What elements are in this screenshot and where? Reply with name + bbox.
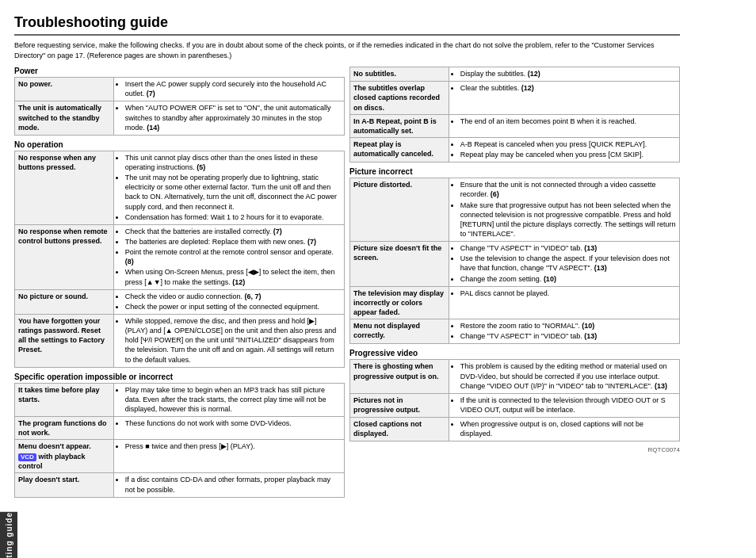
problem-cell: You have forgotten your ratings password… bbox=[15, 315, 114, 368]
table-row: The television may display incorrectly o… bbox=[350, 286, 680, 319]
solution-cell: PAL discs cannot be played. bbox=[449, 286, 679, 319]
problem-cell: The unit is automatically switched to th… bbox=[15, 101, 114, 135]
problem-cell: Play doesn't start. bbox=[15, 473, 114, 497]
subtitles-table: No subtitles. Display the subtitles. (12… bbox=[349, 67, 680, 162]
solution-cell: Play may take time to begin when an MP3 … bbox=[113, 383, 344, 416]
table-row: Picture distorted. Ensure that the unit … bbox=[350, 178, 680, 242]
problem-cell: It takes time before play starts. bbox=[15, 383, 114, 416]
left-column: Power No power. Insert the AC power supp… bbox=[14, 67, 345, 503]
table-row: In A-B Repeat, point B is automatically … bbox=[350, 114, 680, 137]
problem-cell: The subtitles overlap closed captions re… bbox=[350, 82, 449, 114]
solution-cell: The end of an item becomes point B when … bbox=[449, 114, 679, 137]
no-operation-table: No response when any buttons pressed. Th… bbox=[14, 151, 345, 368]
right-top-section: No subtitles. Display the subtitles. (12… bbox=[349, 67, 680, 162]
problem-cell: Pictures not in progressive output. bbox=[350, 393, 449, 417]
problem-cell: No response when any buttons pressed. bbox=[15, 151, 114, 224]
solution-cell: Check the video or audio connection. (6,… bbox=[113, 289, 344, 314]
section-no-operation-header: No operation bbox=[14, 140, 345, 149]
table-row: You have forgotten your ratings password… bbox=[15, 315, 345, 368]
problem-cell: Menu doesn't appear. VCD with playback c… bbox=[15, 440, 114, 473]
problem-cell: In A-B Repeat, point B is automatically … bbox=[350, 114, 449, 137]
table-row: No picture or sound. Check the video or … bbox=[15, 289, 345, 314]
intro-text: Before requesting service, make the foll… bbox=[14, 40, 680, 60]
table-row: No power. Insert the AC power supply cor… bbox=[15, 78, 345, 101]
problem-cell: Menu not displayed correctly. bbox=[350, 319, 449, 344]
solution-cell: This unit cannot play discs other than t… bbox=[113, 151, 344, 224]
solution-cell: While stopped, remove the disc, and then… bbox=[113, 315, 344, 368]
table-row: Play doesn't start. If a disc contains C… bbox=[15, 473, 345, 497]
page-container: Troubleshooting guide Before requesting … bbox=[0, 0, 756, 558]
table-row: No response when remote control buttons … bbox=[15, 224, 345, 289]
table-row: The subtitles overlap closed captions re… bbox=[350, 82, 680, 114]
table-row: Closed captions not displayed. When prog… bbox=[350, 418, 680, 441]
solution-cell: Press ■ twice and then press [▶] (PLAY). bbox=[113, 440, 344, 473]
vcd-badge: VCD bbox=[18, 453, 36, 462]
right-column: No subtitles. Display the subtitles. (12… bbox=[349, 67, 680, 503]
solution-cell: Clear the subtitles. (12) bbox=[449, 82, 679, 114]
table-row: Menu not displayed correctly. Restore th… bbox=[350, 319, 680, 344]
specific-table: It takes time before play starts. Play m… bbox=[14, 383, 345, 498]
problem-cell: The television may display incorrectly o… bbox=[350, 286, 449, 319]
solution-cell: When "AUTO POWER OFF" is set to "ON", th… bbox=[113, 101, 344, 135]
table-row: The program functions do not work. These… bbox=[15, 417, 345, 440]
solution-cell: This problem is caused by the editing me… bbox=[449, 360, 679, 393]
two-column-layout: Power No power. Insert the AC power supp… bbox=[14, 67, 680, 503]
section-picture-header: Picture incorrect bbox=[349, 167, 680, 176]
solution-cell: Insert the AC power supply cord securely… bbox=[113, 78, 344, 101]
table-row: Menu doesn't appear. VCD with playback c… bbox=[15, 440, 345, 473]
table-row: Pictures not in progressive output. If t… bbox=[350, 393, 680, 417]
main-content: Troubleshooting guide Before requesting … bbox=[0, 0, 689, 512]
progressive-table: There is ghosting when progressive outpu… bbox=[349, 359, 680, 441]
problem-cell: No picture or sound. bbox=[15, 289, 114, 314]
solution-cell: When progressive output is on, closed ca… bbox=[449, 418, 679, 441]
section-specific-header: Specific operation impossible or incorre… bbox=[14, 373, 345, 381]
solution-cell: Ensure that the unit is not connected th… bbox=[449, 178, 679, 242]
problem-cell: There is ghosting when progressive outpu… bbox=[350, 360, 449, 393]
side-tab: Troubleshooting guide bbox=[0, 512, 17, 558]
catalog-number: RQTC0074 bbox=[349, 446, 680, 453]
page-wrapper: Troubleshooting guide Before requesting … bbox=[0, 0, 756, 558]
table-row: No response when any buttons pressed. Th… bbox=[15, 151, 345, 224]
problem-cell: No subtitles. bbox=[350, 67, 449, 82]
solution-cell: Change "TV ASPECT" in "VIDEO" tab. (13) … bbox=[449, 242, 679, 287]
solution-cell: These functions do not work with some DV… bbox=[113, 417, 344, 440]
problem-cell: Closed captions not displayed. bbox=[350, 418, 449, 441]
solution-cell: If a disc contains CD-DA and other forma… bbox=[113, 473, 344, 497]
table-row: Picture size doesn't fit the screen. Cha… bbox=[350, 242, 680, 287]
table-row: It takes time before play starts. Play m… bbox=[15, 383, 345, 416]
table-row: The unit is automatically switched to th… bbox=[15, 101, 345, 135]
problem-cell: No power. bbox=[15, 78, 114, 101]
solution-cell: A-B Repeat is canceled when you press [Q… bbox=[449, 138, 679, 162]
problem-cell: The program functions do not work. bbox=[15, 417, 114, 440]
table-row: Repeat play is automatically canceled. A… bbox=[350, 138, 680, 162]
picture-table: Picture distorted. Ensure that the unit … bbox=[349, 178, 680, 344]
solution-cell: Check that the batteries are installed c… bbox=[113, 224, 344, 289]
section-power-header: Power bbox=[14, 67, 345, 75]
table-row: No subtitles. Display the subtitles. (12… bbox=[350, 67, 680, 82]
power-table: No power. Insert the AC power supply cor… bbox=[14, 77, 345, 136]
problem-cell: Repeat play is automatically canceled. bbox=[350, 138, 449, 162]
page-title: Troubleshooting guide bbox=[14, 14, 680, 36]
problem-cell: Picture distorted. bbox=[350, 178, 449, 242]
problem-cell: Picture size doesn't fit the screen. bbox=[350, 242, 449, 287]
problem-cell: No response when remote control buttons … bbox=[15, 224, 114, 289]
solution-cell: Restore the zoom ratio to "NORMAL". (10)… bbox=[449, 319, 679, 344]
table-row: There is ghosting when progressive outpu… bbox=[350, 360, 680, 393]
section-progressive-header: Progressive video bbox=[349, 349, 680, 357]
solution-cell: If the unit is connected to the televisi… bbox=[449, 393, 679, 417]
solution-cell: Display the subtitles. (12) bbox=[449, 67, 679, 82]
